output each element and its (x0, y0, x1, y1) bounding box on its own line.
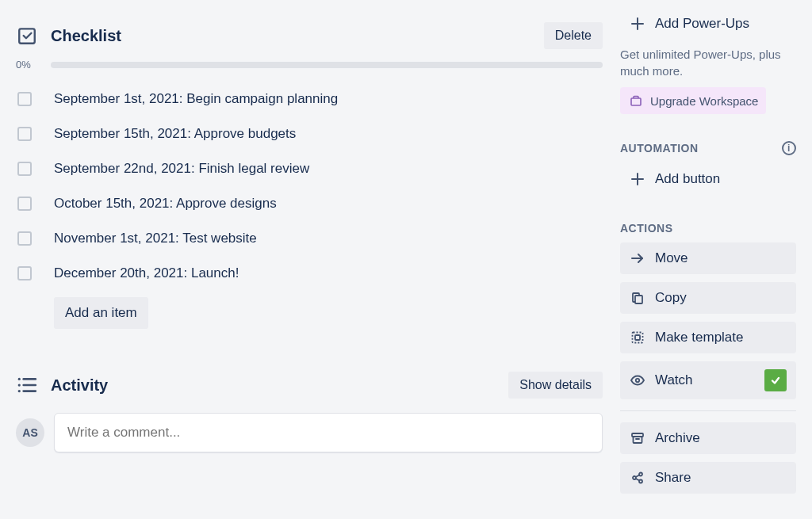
eye-icon (630, 372, 645, 388)
copy-button[interactable]: Copy (620, 282, 796, 314)
copy-label: Copy (655, 290, 687, 306)
checklist-item[interactable]: September 22nd, 2021: Finish legal revie… (16, 151, 603, 186)
svg-point-19 (633, 476, 636, 479)
checklist-item-label: December 20th, 2021: Launch! (54, 265, 239, 281)
make-template-button[interactable]: Make template (620, 322, 796, 353)
svg-point-21 (639, 480, 642, 483)
svg-rect-17 (632, 433, 643, 437)
move-button[interactable]: Move (620, 242, 796, 274)
checklist-item-label: September 22nd, 2021: Finish legal revie… (54, 161, 309, 177)
checkbox[interactable] (17, 162, 32, 176)
add-button-label: Add button (655, 171, 720, 187)
move-label: Move (655, 250, 688, 266)
show-details-button[interactable]: Show details (508, 372, 603, 399)
checkbox[interactable] (17, 92, 32, 106)
checklist-item[interactable]: September 1st, 2021: Begin campaign plan… (16, 82, 603, 116)
checklist-title: Checklist (51, 27, 544, 45)
divider (620, 410, 796, 411)
checkbox[interactable] (17, 231, 32, 246)
activity-title: Activity (51, 376, 508, 395)
checklist-item[interactable]: December 20th, 2021: Launch! (16, 256, 603, 291)
copy-icon (630, 290, 645, 306)
powerups-note: Get unlimited Power-Ups, plus much more. (620, 46, 796, 79)
comment-row: AS (16, 413, 603, 452)
checklist-item-label: October 15th, 2021: Approve designs (54, 196, 277, 212)
watch-button[interactable]: Watch (620, 361, 796, 399)
upgrade-workspace-button[interactable]: Upgrade Workspace (620, 87, 766, 114)
svg-rect-14 (633, 333, 643, 343)
checkbox[interactable] (17, 197, 32, 211)
archive-label: Archive (655, 430, 700, 446)
checklist-item-label: September 1st, 2021: Begin campaign plan… (54, 91, 338, 107)
checkbox[interactable] (17, 266, 32, 280)
template-label: Make template (655, 330, 744, 345)
svg-point-4 (18, 378, 21, 380)
briefcase-icon (628, 93, 644, 109)
checklist-item[interactable]: November 1st, 2021: Test website (16, 221, 603, 256)
add-item-button[interactable]: Add an item (54, 297, 148, 329)
archive-icon (630, 430, 645, 446)
avatar[interactable]: AS (16, 418, 44, 447)
svg-point-16 (636, 379, 639, 382)
template-icon (630, 330, 645, 345)
checklist-item[interactable]: October 15th, 2021: Approve designs (16, 186, 603, 221)
share-icon (630, 470, 645, 486)
add-powerups-label: Add Power-Ups (655, 16, 749, 32)
svg-line-22 (636, 475, 640, 478)
add-powerups-button[interactable]: Add Power-Ups (620, 8, 796, 40)
progress-percent: 0% (16, 59, 48, 71)
svg-line-23 (636, 479, 640, 481)
checklist-header: Checklist Delete (16, 22, 603, 49)
info-icon[interactable]: i (782, 141, 796, 155)
actions-header: ACTIONS (620, 222, 796, 235)
plus-icon (630, 171, 645, 187)
upgrade-label: Upgrade Workspace (650, 94, 758, 108)
checklist-item[interactable]: September 15th, 2021: Approve budgets (16, 116, 603, 151)
arrow-right-icon (630, 250, 645, 266)
svg-rect-13 (635, 296, 642, 303)
watch-check-badge (764, 369, 787, 391)
svg-rect-9 (631, 98, 641, 105)
activity-header: Activity Show details (16, 372, 603, 399)
share-button[interactable]: Share (620, 462, 796, 494)
checkbox[interactable] (17, 127, 32, 141)
svg-point-5 (18, 384, 21, 386)
svg-rect-15 (635, 335, 640, 340)
svg-point-6 (18, 390, 21, 392)
activity-icon (16, 374, 38, 396)
automation-header: AUTOMATION i (620, 141, 796, 155)
add-button-button[interactable]: Add button (620, 163, 796, 195)
plus-icon (630, 16, 645, 32)
progress-bar (51, 62, 603, 68)
checklist-items: September 1st, 2021: Begin campaign plan… (16, 82, 603, 291)
comment-input[interactable] (54, 413, 603, 452)
checklist-item-label: November 1st, 2021: Test website (54, 231, 257, 246)
watch-label: Watch (655, 372, 693, 388)
progress-row: 0% (16, 59, 603, 71)
share-label: Share (655, 470, 691, 486)
delete-button[interactable]: Delete (544, 22, 603, 49)
checklist-icon (16, 25, 38, 47)
checklist-item-label: September 15th, 2021: Approve budgets (54, 126, 296, 142)
svg-point-20 (639, 473, 642, 476)
archive-button[interactable]: Archive (620, 422, 796, 454)
